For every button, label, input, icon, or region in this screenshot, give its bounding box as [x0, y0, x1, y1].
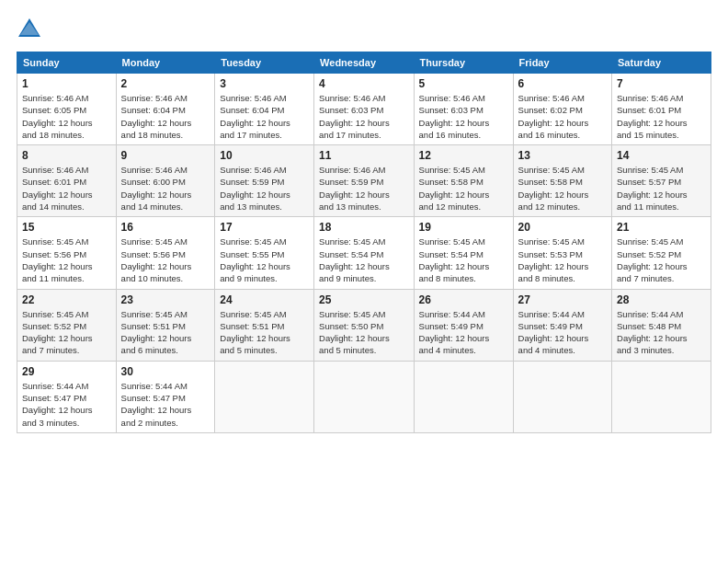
- calendar-day-11: 11Sunrise: 5:46 AM Sunset: 5:59 PM Dayli…: [314, 145, 415, 217]
- empty-cell: [215, 361, 314, 432]
- day-info: Sunrise: 5:45 AM Sunset: 5:50 PM Dayligh…: [319, 308, 409, 357]
- day-info: Sunrise: 5:46 AM Sunset: 5:59 PM Dayligh…: [220, 164, 309, 213]
- weekday-header-thursday: Thursday: [414, 52, 513, 74]
- day-number: 16: [121, 221, 210, 234]
- calendar-day-7: 7Sunrise: 5:46 AM Sunset: 6:01 PM Daylig…: [612, 74, 711, 145]
- calendar-day-28: 28Sunrise: 5:44 AM Sunset: 5:48 PM Dayli…: [612, 289, 711, 361]
- day-number: 15: [22, 221, 111, 234]
- calendar-day-8: 8Sunrise: 5:46 AM Sunset: 6:01 PM Daylig…: [17, 145, 117, 217]
- day-number: 26: [419, 293, 508, 306]
- day-info: Sunrise: 5:45 AM Sunset: 5:51 PM Dayligh…: [220, 308, 309, 357]
- empty-cell: [513, 361, 611, 432]
- calendar-body: 1Sunrise: 5:46 AM Sunset: 6:05 PM Daylig…: [17, 74, 711, 433]
- day-number: 25: [319, 293, 409, 306]
- day-info: Sunrise: 5:45 AM Sunset: 5:58 PM Dayligh…: [518, 164, 607, 213]
- calendar-week-4: 22Sunrise: 5:45 AM Sunset: 5:52 PM Dayli…: [17, 289, 711, 361]
- calendar-day-29: 29Sunrise: 5:44 AM Sunset: 5:47 PM Dayli…: [17, 361, 117, 432]
- calendar-day-3: 3Sunrise: 5:46 AM Sunset: 6:04 PM Daylig…: [215, 74, 314, 145]
- day-number: 28: [617, 293, 706, 306]
- weekday-header-wednesday: Wednesday: [314, 52, 415, 74]
- day-number: 4: [319, 77, 409, 90]
- calendar-week-1: 1Sunrise: 5:46 AM Sunset: 6:05 PM Daylig…: [17, 74, 711, 145]
- calendar-day-17: 17Sunrise: 5:45 AM Sunset: 5:55 PM Dayli…: [215, 217, 314, 289]
- day-number: 6: [518, 77, 607, 90]
- calendar-day-25: 25Sunrise: 5:45 AM Sunset: 5:50 PM Dayli…: [314, 289, 415, 361]
- calendar-day-30: 30Sunrise: 5:44 AM Sunset: 5:47 PM Dayli…: [116, 361, 215, 432]
- day-number: 12: [419, 149, 508, 162]
- calendar-day-6: 6Sunrise: 5:46 AM Sunset: 6:02 PM Daylig…: [513, 74, 611, 145]
- calendar-day-27: 27Sunrise: 5:44 AM Sunset: 5:49 PM Dayli…: [513, 289, 611, 361]
- calendar-day-4: 4Sunrise: 5:46 AM Sunset: 6:03 PM Daylig…: [314, 74, 415, 145]
- calendar-day-20: 20Sunrise: 5:45 AM Sunset: 5:53 PM Dayli…: [513, 217, 611, 289]
- calendar-day-22: 22Sunrise: 5:45 AM Sunset: 5:52 PM Dayli…: [17, 289, 117, 361]
- day-info: Sunrise: 5:45 AM Sunset: 5:58 PM Dayligh…: [419, 164, 508, 213]
- calendar-day-26: 26Sunrise: 5:44 AM Sunset: 5:49 PM Dayli…: [414, 289, 513, 361]
- day-info: Sunrise: 5:45 AM Sunset: 5:54 PM Dayligh…: [319, 236, 409, 284]
- calendar-day-18: 18Sunrise: 5:45 AM Sunset: 5:54 PM Dayli…: [314, 217, 415, 289]
- day-number: 7: [617, 77, 706, 90]
- logo-icon: [17, 17, 42, 42]
- calendar-table: SundayMondayTuesdayWednesdayThursdayFrid…: [17, 52, 711, 433]
- day-number: 13: [518, 149, 607, 162]
- calendar-week-5: 29Sunrise: 5:44 AM Sunset: 5:47 PM Dayli…: [17, 361, 711, 432]
- day-number: 10: [220, 149, 309, 162]
- calendar-day-2: 2Sunrise: 5:46 AM Sunset: 6:04 PM Daylig…: [116, 74, 215, 145]
- day-number: 19: [419, 221, 508, 234]
- day-info: Sunrise: 5:44 AM Sunset: 5:48 PM Dayligh…: [617, 308, 706, 357]
- day-number: 30: [121, 365, 210, 378]
- weekday-header-monday: Monday: [116, 52, 215, 74]
- day-info: Sunrise: 5:44 AM Sunset: 5:49 PM Dayligh…: [518, 308, 607, 357]
- calendar-day-23: 23Sunrise: 5:45 AM Sunset: 5:51 PM Dayli…: [116, 289, 215, 361]
- calendar-day-13: 13Sunrise: 5:45 AM Sunset: 5:58 PM Dayli…: [513, 145, 611, 217]
- weekday-header-friday: Friday: [513, 52, 611, 74]
- calendar-header: SundayMondayTuesdayWednesdayThursdayFrid…: [17, 52, 711, 74]
- day-info: Sunrise: 5:45 AM Sunset: 5:52 PM Dayligh…: [617, 236, 706, 284]
- day-info: Sunrise: 5:46 AM Sunset: 6:03 PM Dayligh…: [419, 92, 508, 141]
- day-info: Sunrise: 5:46 AM Sunset: 6:05 PM Dayligh…: [22, 92, 111, 141]
- day-info: Sunrise: 5:45 AM Sunset: 5:56 PM Dayligh…: [22, 236, 111, 284]
- day-number: 11: [319, 149, 409, 162]
- empty-cell: [414, 361, 513, 432]
- day-number: 27: [518, 293, 607, 306]
- day-info: Sunrise: 5:46 AM Sunset: 6:00 PM Dayligh…: [121, 164, 210, 213]
- calendar-day-21: 21Sunrise: 5:45 AM Sunset: 5:52 PM Dayli…: [612, 217, 711, 289]
- weekday-header-sunday: Sunday: [17, 52, 117, 74]
- weekday-header-saturday: Saturday: [612, 52, 711, 74]
- calendar-day-24: 24Sunrise: 5:45 AM Sunset: 5:51 PM Dayli…: [215, 289, 314, 361]
- weekday-header-tuesday: Tuesday: [215, 52, 314, 74]
- day-number: 20: [518, 221, 607, 234]
- day-info: Sunrise: 5:46 AM Sunset: 6:02 PM Dayligh…: [518, 92, 607, 141]
- day-number: 24: [220, 293, 309, 306]
- day-info: Sunrise: 5:46 AM Sunset: 5:59 PM Dayligh…: [319, 164, 409, 213]
- calendar-week-3: 15Sunrise: 5:45 AM Sunset: 5:56 PM Dayli…: [17, 217, 711, 289]
- empty-cell: [612, 361, 711, 432]
- day-info: Sunrise: 5:46 AM Sunset: 6:01 PM Dayligh…: [22, 164, 111, 213]
- day-info: Sunrise: 5:46 AM Sunset: 6:01 PM Dayligh…: [617, 92, 706, 141]
- day-number: 1: [22, 77, 111, 90]
- day-number: 5: [419, 77, 508, 90]
- day-info: Sunrise: 5:45 AM Sunset: 5:57 PM Dayligh…: [617, 164, 706, 213]
- svg-marker-1: [20, 22, 39, 35]
- calendar-day-9: 9Sunrise: 5:46 AM Sunset: 6:00 PM Daylig…: [116, 145, 215, 217]
- day-info: Sunrise: 5:44 AM Sunset: 5:49 PM Dayligh…: [419, 308, 508, 357]
- day-info: Sunrise: 5:45 AM Sunset: 5:51 PM Dayligh…: [121, 308, 210, 357]
- day-info: Sunrise: 5:46 AM Sunset: 6:03 PM Dayligh…: [319, 92, 409, 141]
- weekday-header-row: SundayMondayTuesdayWednesdayThursdayFrid…: [17, 52, 711, 74]
- day-number: 14: [617, 149, 706, 162]
- calendar-day-5: 5Sunrise: 5:46 AM Sunset: 6:03 PM Daylig…: [414, 74, 513, 145]
- day-info: Sunrise: 5:45 AM Sunset: 5:55 PM Dayligh…: [220, 236, 309, 284]
- calendar-day-15: 15Sunrise: 5:45 AM Sunset: 5:56 PM Dayli…: [17, 217, 117, 289]
- day-number: 17: [220, 221, 309, 234]
- calendar-day-16: 16Sunrise: 5:45 AM Sunset: 5:56 PM Dayli…: [116, 217, 215, 289]
- day-number: 2: [121, 77, 210, 90]
- empty-cell: [314, 361, 415, 432]
- calendar-week-2: 8Sunrise: 5:46 AM Sunset: 6:01 PM Daylig…: [17, 145, 711, 217]
- day-info: Sunrise: 5:44 AM Sunset: 5:47 PM Dayligh…: [121, 380, 210, 429]
- day-info: Sunrise: 5:44 AM Sunset: 5:47 PM Dayligh…: [22, 380, 111, 429]
- day-number: 3: [220, 77, 309, 90]
- calendar-day-1: 1Sunrise: 5:46 AM Sunset: 6:05 PM Daylig…: [17, 74, 117, 145]
- day-info: Sunrise: 5:45 AM Sunset: 5:56 PM Dayligh…: [121, 236, 210, 284]
- day-info: Sunrise: 5:46 AM Sunset: 6:04 PM Dayligh…: [121, 92, 210, 141]
- calendar-day-12: 12Sunrise: 5:45 AM Sunset: 5:58 PM Dayli…: [414, 145, 513, 217]
- day-info: Sunrise: 5:45 AM Sunset: 5:53 PM Dayligh…: [518, 236, 607, 284]
